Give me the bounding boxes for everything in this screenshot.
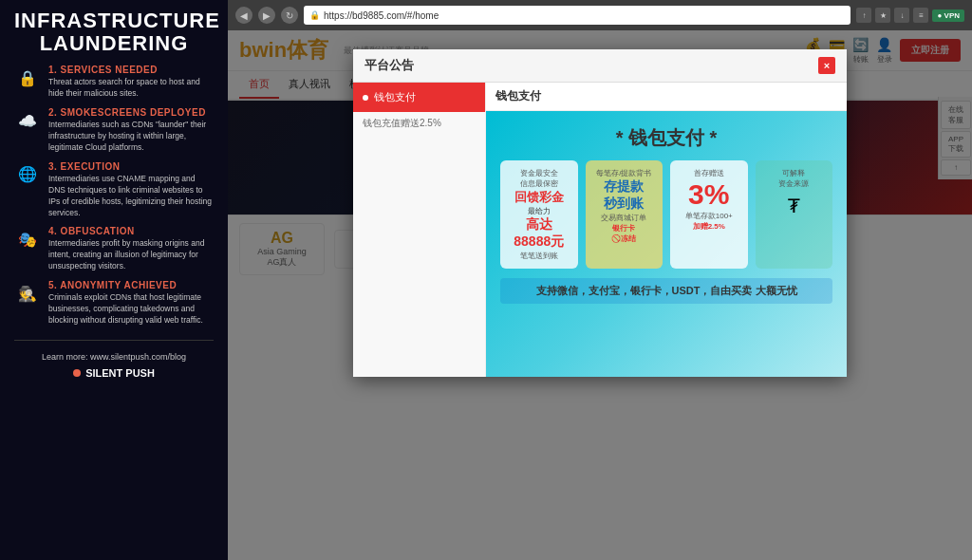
banner-card-1: 资金最安全 信息最保密 回馈彩金 最给力 高达88888元 笔笔送到账	[500, 160, 578, 269]
brand-dot	[73, 369, 81, 377]
step-2-body: Intermediaries such as CDNs "launder" th…	[48, 120, 214, 154]
left-panel: INFRASTRUCTURE LAUNDERING 🔒 1. SERVICES …	[0, 0, 228, 560]
step-4-body: Intermediaries profit by masking origins…	[48, 238, 214, 272]
panel-title: INFRASTRUCTURE LAUNDERING	[14, 9, 214, 55]
modal-content: 钱包支付 * 钱包支付 * 资金最安全 信息最保密 回馈彩金 最给力	[486, 83, 847, 377]
mask-icon: 🎭	[14, 226, 41, 252]
menu-icon[interactable]: ≡	[913, 8, 928, 23]
modal-banner-footer: 支持微信，支付宝，银行卡，USDT，自由买卖 大额无忧	[500, 278, 832, 304]
url-bar[interactable]: 🔒 https://bd9885.com/#/home	[304, 6, 850, 25]
banner-card-4: 可解释 资金来源 ₮	[756, 160, 833, 269]
share-icon[interactable]: ↑	[856, 8, 871, 23]
spy-icon: 🕵️	[14, 280, 41, 307]
modal-title: 平台公告	[364, 57, 414, 74]
step-3: 🌐 3. EXECUTION Intermediaries use CNAME …	[14, 161, 214, 219]
website-content: bwin体育 最佳博彩认证赛号品牌 💰 存款 💳 取款 🔄 转账 👤	[228, 30, 972, 560]
step-4-heading: 4. OBFUSCATION	[48, 226, 214, 236]
step-3-heading: 3. EXECUTION	[48, 161, 214, 172]
browser-chrome: ◀ ▶ ↻ 🔒 https://bd9885.com/#/home ↑ ★ ↓ …	[228, 0, 972, 30]
right-panel: ◀ ▶ ↻ 🔒 https://bd9885.com/#/home ↑ ★ ↓ …	[228, 0, 972, 560]
wallet-label: 钱包支付	[374, 90, 416, 104]
banner-card-2: 每笔存/提款背书 存提款 秒到账 交易商城订单 银行卡 🚫冻结	[586, 160, 664, 269]
forward-button[interactable]: ▶	[258, 7, 275, 24]
modal-banner-grid: 资金最安全 信息最保密 回馈彩金 最给力 高达88888元 笔笔送到账 每笔存/	[500, 160, 832, 269]
brand-name: SILENT PUSH	[85, 367, 155, 379]
vpn-badge: ● VPN	[932, 9, 964, 22]
modal-sidebar: 钱包支付 钱包充值赠送2.5%	[353, 83, 486, 377]
step-2-heading: 2. SMOKESCREENS DEPLOYED	[48, 107, 214, 118]
step-3-body: Intermediaries use CNAME mapping and DNS…	[48, 174, 214, 219]
lock-icon: 🔒	[14, 65, 41, 91]
modal-header: 平台公告 ×	[353, 49, 847, 83]
banner-card-3: 首存赠送 3% 单笔存款100+ 加赠2.5%	[670, 160, 748, 269]
brand-logo: SILENT PUSH	[14, 367, 214, 379]
modal-body: 钱包支付 钱包充值赠送2.5% 钱包支付 * 钱包支付 *	[353, 83, 847, 377]
modal-close-button[interactable]: ×	[818, 57, 835, 74]
globe-icon: 🌐	[14, 161, 41, 188]
step-5: 🕵️ 5. ANONYMITY ACHIEVED Criminals explo…	[14, 280, 214, 327]
back-button[interactable]: ◀	[235, 7, 252, 24]
step-1-heading: 1. SERVICES NEEDED	[48, 65, 214, 75]
modal-sidebar-wallet[interactable]: 钱包支付	[353, 83, 485, 112]
download-icon[interactable]: ↓	[894, 8, 909, 23]
step-5-heading: 5. ANONYMITY ACHIEVED	[48, 280, 214, 290]
browser-actions: ↑ ★ ↓ ≡ ● VPN	[856, 8, 964, 23]
step-1-body: Threat actors search for space to host a…	[48, 77, 214, 100]
refresh-button[interactable]: ↻	[281, 7, 298, 24]
cloud-icon: ☁️	[14, 107, 41, 134]
tether-icon: ₮	[763, 195, 826, 217]
step-5-body: Criminals exploit CDNs that host legitim…	[48, 292, 214, 327]
modal-content-title: 钱包支付	[486, 83, 847, 111]
modal-banner: * 钱包支付 * 资金最安全 信息最保密 回馈彩金 最给力 高达88888元 笔…	[486, 111, 847, 377]
learn-more-text: Learn more: www.silentpush.com/blog	[14, 352, 214, 362]
modal-overlay[interactable]: 平台公告 × 钱包支付 钱包充值赠送2.5%	[228, 30, 972, 560]
active-dot	[363, 95, 368, 101]
url-text: https://bd9885.com/#/home	[324, 10, 439, 21]
step-4: 🎭 4. OBFUSCATION Intermediaries profit b…	[14, 226, 214, 272]
secure-icon: 🔒	[309, 10, 320, 20]
step-1: 🔒 1. SERVICES NEEDED Threat actors searc…	[14, 65, 214, 100]
modal-sidebar-sub[interactable]: 钱包充值赠送2.5%	[353, 112, 485, 135]
step-2: ☁️ 2. SMOKESCREENS DEPLOYED Intermediari…	[14, 107, 214, 154]
modal-banner-title: * 钱包支付 *	[500, 125, 832, 151]
bookmark-icon[interactable]: ★	[875, 8, 890, 23]
modal: 平台公告 × 钱包支付 钱包充值赠送2.5%	[353, 49, 847, 377]
